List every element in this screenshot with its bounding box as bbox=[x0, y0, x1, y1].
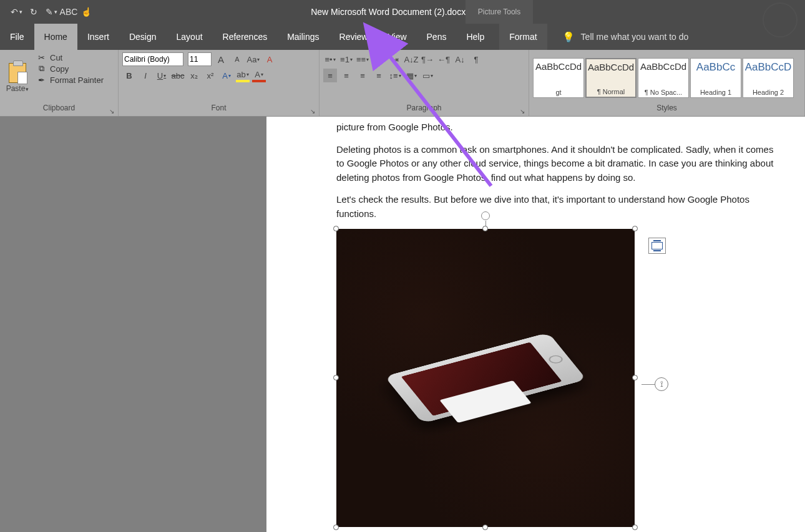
align-center-button[interactable]: ≡ bbox=[339, 69, 353, 82]
align-right-button[interactable]: ≡ bbox=[356, 69, 369, 82]
decrease-indent-button[interactable]: ⇤ bbox=[372, 52, 386, 66]
picture-content bbox=[336, 229, 635, 527]
tell-me-search[interactable]: 💡 Tell me what you want to do bbox=[562, 24, 689, 50]
highlight-button[interactable]: ab bbox=[236, 69, 250, 82]
resize-handle-se[interactable] bbox=[632, 525, 638, 530]
touch-mouse-button[interactable]: ☝ bbox=[79, 4, 94, 19]
style-item-heading2[interactable]: AaBbCcDHeading 2 bbox=[743, 58, 794, 98]
font-name-select[interactable]: Calibri (Body) bbox=[122, 52, 183, 66]
tab-design[interactable]: Design bbox=[119, 24, 167, 50]
selected-picture[interactable]: ⟟ bbox=[336, 229, 635, 527]
resize-handle-nw[interactable] bbox=[333, 226, 339, 231]
font-color-button[interactable]: A bbox=[252, 69, 266, 82]
superscript-button[interactable]: x² bbox=[203, 69, 217, 82]
group-label-clipboard: Clipboard bbox=[43, 104, 75, 112]
spellcheck-button[interactable]: ABC bbox=[61, 4, 76, 19]
resize-handle-n[interactable] bbox=[482, 226, 488, 231]
tab-view[interactable]: View bbox=[378, 24, 416, 50]
tab-pens[interactable]: Pens bbox=[417, 24, 457, 50]
quick-access-toolbar: ↶ ↻ ✎ ABC ☝ bbox=[0, 4, 94, 19]
title-bar: ↶ ↻ ✎ ABC ☝ New Microsoft Word Document … bbox=[0, 0, 805, 24]
style-item-gt[interactable]: AaBbCcDdgt bbox=[533, 58, 584, 98]
multilevel-list-button[interactable]: ≡≡ bbox=[356, 52, 369, 66]
tab-file[interactable]: File bbox=[0, 24, 34, 50]
style-item-no-spacing[interactable]: AaBbCcDd¶ No Spac... bbox=[638, 58, 689, 98]
tab-format[interactable]: Format bbox=[499, 24, 547, 50]
group-clipboard: Paste ✂Cut ⧉Copy ✒Format Painter Clipboa… bbox=[0, 50, 119, 116]
resize-handle-s[interactable] bbox=[482, 525, 488, 530]
align-left-button[interactable]: ≡ bbox=[323, 69, 337, 82]
text-effects-button[interactable]: A bbox=[220, 69, 233, 82]
tab-references[interactable]: References bbox=[213, 24, 278, 50]
subscript-button[interactable]: x₂ bbox=[187, 69, 201, 82]
resize-handle-ne[interactable] bbox=[632, 226, 638, 231]
style-item-normal[interactable]: AaBbCcDd¶ Normal bbox=[585, 58, 637, 98]
strike-button[interactable]: abc bbox=[171, 69, 185, 82]
tab-mailings[interactable]: Mailings bbox=[277, 24, 329, 50]
resize-handle-e[interactable] bbox=[632, 375, 638, 380]
numbering-button[interactable]: ≡1 bbox=[339, 52, 353, 66]
grow-font-button[interactable]: A bbox=[214, 52, 228, 66]
lightbulb-icon: 💡 bbox=[562, 31, 575, 43]
group-label-styles: Styles bbox=[656, 104, 677, 112]
justify-button[interactable]: ≡ bbox=[372, 69, 386, 82]
font-launcher[interactable]: ↘ bbox=[310, 108, 315, 115]
save-mode-button[interactable]: ✎ bbox=[44, 4, 59, 19]
paste-button[interactable]: Paste bbox=[4, 52, 31, 104]
paste-label: Paste bbox=[6, 84, 29, 93]
increase-indent-button[interactable]: ⇥ bbox=[388, 52, 402, 66]
layout-options-button[interactable] bbox=[648, 238, 666, 254]
paintbrush-icon: ✒ bbox=[36, 75, 46, 85]
borders-button[interactable]: ▭ bbox=[421, 69, 434, 82]
group-label-font: Font bbox=[211, 104, 226, 112]
styles-gallery: AaBbCcDdgt AaBbCcDd¶ Normal AaBbCcDd¶ No… bbox=[533, 58, 801, 98]
scissors-icon: ✂ bbox=[36, 52, 46, 62]
show-marks-button[interactable]: ¶ bbox=[469, 52, 483, 66]
tab-insert[interactable]: Insert bbox=[77, 24, 119, 50]
tab-home[interactable]: Home bbox=[34, 24, 77, 50]
ltr-button[interactable]: ¶→ bbox=[421, 52, 434, 66]
ribbon: Paste ✂Cut ⧉Copy ✒Format Painter Clipboa… bbox=[0, 50, 805, 117]
underline-button[interactable]: U bbox=[155, 69, 168, 82]
group-font: Calibri (Body) 11 A A Aa A B I U abc x₂ … bbox=[119, 50, 320, 116]
bullets-button[interactable]: ≡• bbox=[323, 52, 337, 66]
group-styles: AaBbCcDdgt AaBbCcDd¶ Normal AaBbCcDd¶ No… bbox=[529, 50, 805, 116]
clear-formatting-button[interactable]: A bbox=[263, 52, 276, 66]
left-gutter bbox=[0, 117, 266, 532]
tell-me-placeholder: Tell me what you want to do bbox=[581, 32, 689, 42]
clipboard-icon bbox=[9, 63, 26, 83]
sort-button[interactable]: A↓Z bbox=[404, 52, 418, 66]
format-painter-button[interactable]: ✒Format Painter bbox=[36, 75, 104, 85]
change-case-button[interactable]: Aa bbox=[246, 52, 260, 66]
font-size-select[interactable]: 11 bbox=[188, 52, 212, 66]
cut-button[interactable]: ✂Cut bbox=[36, 52, 104, 62]
resize-handle-sw[interactable] bbox=[333, 525, 339, 530]
copy-button[interactable]: ⧉Copy bbox=[36, 64, 104, 74]
anchor-indicator[interactable]: ⟟ bbox=[655, 377, 668, 391]
ribbon-tabs: File Home Insert Design Layout Reference… bbox=[0, 24, 805, 50]
group-paragraph: ≡• ≡1 ≡≡ ⇤ ⇥ A↓Z ¶→ ←¶ A↓ ¶ ≡ ≡ ≡ ≡ ↕≡ ▦… bbox=[320, 50, 529, 116]
tab-layout[interactable]: Layout bbox=[167, 24, 213, 50]
shrink-font-button[interactable]: A bbox=[230, 52, 244, 66]
line-spacing-button[interactable]: ↕≡ bbox=[388, 69, 402, 82]
tab-help[interactable]: Help bbox=[456, 24, 494, 50]
tab-review[interactable]: Review bbox=[329, 24, 378, 50]
italic-button[interactable]: I bbox=[139, 69, 152, 82]
document-workspace: picture from Google Photos. Deleting pho… bbox=[0, 117, 805, 532]
picture-tools-contextual-tab: Picture Tools bbox=[466, 0, 533, 24]
rotate-handle[interactable] bbox=[481, 211, 490, 220]
paragraph-2: Deleting photos is a common task on smar… bbox=[279, 143, 790, 185]
sort2-button[interactable]: A↓ bbox=[453, 52, 467, 66]
copy-icon: ⧉ bbox=[36, 64, 46, 74]
paragraph-3: Let's check the results. But before we d… bbox=[279, 193, 790, 221]
undo-button[interactable]: ↶ bbox=[9, 4, 24, 19]
paragraph-launcher[interactable]: ↘ bbox=[520, 108, 525, 115]
shading-button[interactable]: ▦ bbox=[404, 69, 418, 82]
bold-button[interactable]: B bbox=[122, 69, 136, 82]
rtl-button[interactable]: ←¶ bbox=[437, 52, 451, 66]
redo-button[interactable]: ↻ bbox=[26, 4, 41, 19]
style-item-heading1[interactable]: AaBbCcHeading 1 bbox=[690, 58, 741, 98]
clipboard-launcher[interactable]: ↘ bbox=[109, 108, 114, 115]
resize-handle-w[interactable] bbox=[333, 375, 339, 380]
page-canvas[interactable]: picture from Google Photos. Deleting pho… bbox=[266, 117, 805, 532]
